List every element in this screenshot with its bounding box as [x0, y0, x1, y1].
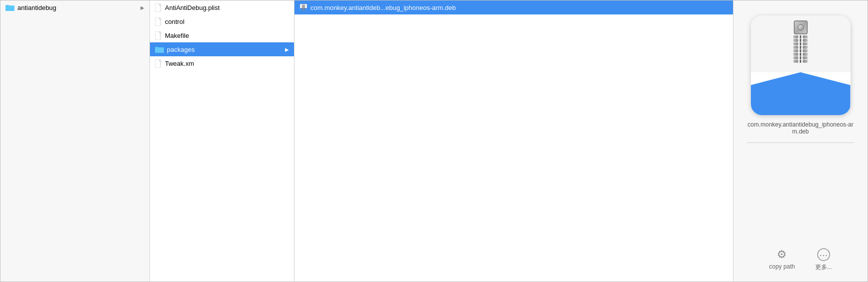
finder-window: antiantidebug ▶ AntiAntiDebug.plist cont…	[0, 0, 868, 282]
more-icon: ···	[817, 248, 830, 261]
tooth-right	[803, 46, 808, 49]
chevron-icon: ▶	[285, 47, 289, 52]
zipper-pull	[794, 20, 808, 34]
tooth-left	[793, 42, 798, 45]
archive-icon	[751, 15, 851, 115]
zipper-line	[800, 39, 801, 42]
zipper-pull-inner	[798, 24, 804, 30]
zipper-tooth	[793, 53, 808, 56]
zipper-tooth	[793, 60, 808, 63]
zipper-tooth	[793, 56, 808, 59]
file-label-tweak-xm: Tweak.xm	[165, 60, 289, 67]
preview-icon-area	[751, 15, 851, 115]
tooth-left	[793, 35, 798, 38]
archive-icon-bottom	[751, 72, 851, 115]
more-label: 更多...	[815, 263, 832, 272]
zipper-line	[800, 53, 801, 56]
more-action[interactable]: ··· 更多...	[815, 248, 832, 272]
zipper-line	[800, 35, 801, 38]
zipper-tooth	[793, 46, 808, 49]
zipper-line	[800, 49, 801, 52]
zipper-line	[800, 56, 801, 59]
selected-file-bar[interactable]: com.monkey.antiantideb...ebug_iphoneos-a…	[294, 0, 733, 14]
zipper-tooth	[793, 35, 808, 38]
tooth-left	[793, 46, 798, 49]
preview-filename: com.monkey.antiantidebug_iphoneos-arm.de…	[741, 121, 861, 135]
zipper-line	[800, 46, 801, 49]
file-label-antiantidebug-plist: AntiAntiDebug.plist	[165, 4, 289, 11]
preview-panel: com.monkey.antiantidebug_iphoneos-arm.de…	[733, 0, 868, 282]
tooth-left	[793, 56, 798, 59]
folder-icon	[5, 4, 14, 11]
file-icon	[155, 59, 162, 68]
file-item-control[interactable]: control	[150, 14, 294, 28]
folder-icon	[155, 46, 164, 53]
tooth-left	[793, 60, 798, 63]
file-label-makefile: Makefile	[165, 32, 289, 39]
file-item-makefile[interactable]: Makefile	[150, 28, 294, 42]
svg-rect-2	[5, 5, 9, 6]
folder-label-antiantidebug: antiantidebug	[17, 4, 141, 11]
folder-label-packages: packages	[167, 46, 285, 53]
gear-icon: ⚙	[777, 248, 787, 261]
tooth-right	[803, 56, 808, 59]
file-item-tweak-xm[interactable]: Tweak.xm	[150, 56, 294, 70]
file-item-antiantidebug-plist[interactable]: AntiAntiDebug.plist	[150, 0, 294, 14]
folder-item-packages[interactable]: packages ▶	[150, 42, 294, 56]
file-icon	[155, 31, 162, 40]
tooth-left	[793, 53, 798, 56]
tooth-left	[793, 49, 798, 52]
zipper-line	[800, 60, 801, 63]
deb-file-icon-small	[299, 3, 307, 11]
copy-path-label: copy path	[769, 263, 795, 270]
selected-file-label: com.monkey.antiantideb...ebug_iphoneos-a…	[310, 4, 728, 11]
zipper-tooth	[793, 39, 808, 42]
chevron-icon: ▶	[141, 5, 145, 10]
column-1: antiantidebug ▶	[0, 0, 150, 282]
column-2: AntiAntiDebug.plist control Makefile	[150, 0, 294, 282]
tooth-right	[803, 60, 808, 63]
tooth-right	[803, 42, 808, 45]
file-label-control: control	[165, 18, 289, 25]
file-icon	[155, 17, 162, 26]
preview-divider	[747, 142, 854, 143]
file-icon	[155, 3, 162, 12]
zipper-track	[794, 20, 808, 63]
preview-actions: ⚙ copy path ··· 更多...	[769, 241, 832, 272]
col-3-body	[294, 14, 733, 282]
tooth-right	[803, 53, 808, 56]
column-3: com.monkey.antiantideb...ebug_iphoneos-a…	[294, 0, 733, 282]
zipper-tooth	[793, 42, 808, 45]
zipper-tooth	[793, 49, 808, 52]
tooth-right	[803, 49, 808, 52]
folder-item-antiantidebug[interactable]: antiantidebug ▶	[0, 0, 149, 14]
zipper-teeth	[793, 35, 808, 63]
zipper-line	[800, 42, 801, 45]
tooth-right	[803, 35, 808, 38]
tooth-right	[803, 39, 808, 42]
tooth-left	[793, 39, 798, 42]
svg-rect-12	[302, 4, 305, 10]
copy-path-action[interactable]: ⚙ copy path	[769, 248, 795, 272]
